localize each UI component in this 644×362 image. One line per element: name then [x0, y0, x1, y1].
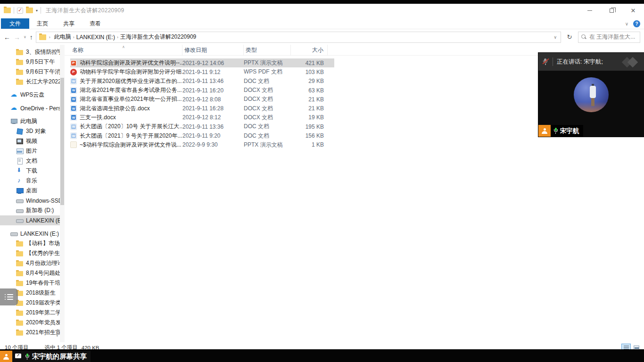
file-name: 动科学院综合测评及评奖评优文件说明--... [80, 59, 182, 67]
qat-dropdown-icon[interactable]: ▾ [36, 8, 38, 13]
forward-icon[interactable]: → [14, 33, 20, 41]
meeting-video-panel[interactable]: 正在讲话: 宋宇航; 宋宇航 [538, 53, 644, 137]
help-icon[interactable]: ? [633, 20, 640, 27]
sidebar-item[interactable]: 8月4号问题处理 [0, 268, 60, 278]
table-row[interactable]: ~$动科学院综合测评及评奖评优文件说...2022-9-9 9:30PPTX 演… [70, 140, 334, 149]
table-row[interactable]: 三支一扶.docx2021-9-12 8:12DOCX 文档19 KB [70, 113, 334, 122]
ribbon-tab-bar: 文件 主页 共享 查看 ∨ ? [0, 17, 644, 29]
tab-file[interactable]: 文件 [1, 18, 29, 29]
file-date: 2021-9-11 13:46 [182, 78, 244, 84]
sidebar-item[interactable]: Windows-SSD ( [0, 196, 60, 206]
music-icon [16, 178, 23, 184]
sidebar-item[interactable]: 【动科】市场拓 [0, 239, 60, 248]
breadcrumb-chevron-icon: › [116, 35, 119, 40]
sidebar-item[interactable]: LANKEXIN (E:) [0, 215, 60, 225]
sidebar-item[interactable]: 桌面 [0, 186, 60, 196]
table-row[interactable]: 湖北省2021年度省市县乡考试录用公务...2021-9-11 16:20DOC… [70, 86, 334, 95]
sidebar-item[interactable]: 2019年第二学期 [0, 308, 60, 318]
new-folder-icon[interactable] [26, 8, 33, 13]
properties-check-icon[interactable] [17, 8, 23, 14]
table-row[interactable]: 动物科学学院学年综合测评附加分评分细...2021-9-11 9:12WPS P… [70, 67, 334, 76]
sidebar-item[interactable]: 下载 [0, 166, 60, 176]
sidebar-item[interactable]: 音乐 [0, 176, 60, 186]
sidebar-scroll-up-icon[interactable]: ∧ [56, 48, 59, 52]
docx-file-icon [70, 114, 77, 121]
screen-share-icon [15, 354, 22, 360]
sidebar-item-label: LANKEXIN (E:) [26, 217, 60, 224]
tab-view[interactable]: 查看 [82, 18, 108, 29]
breadcrumb-segment[interactable]: LANKEXIN (E:) [75, 34, 116, 41]
table-row[interactable]: 长大团函〔2020〕10号 关于开展长江大...2021-9-11 13:36D… [70, 122, 334, 131]
tab-home[interactable]: 主页 [29, 18, 56, 29]
up-icon[interactable]: ↑ [30, 33, 33, 41]
back-icon[interactable]: ← [4, 33, 10, 41]
refresh-button[interactable]: ↻ [563, 32, 576, 43]
sidebar-item[interactable]: 19年春骨干培训 [0, 278, 60, 288]
participant-avatar [574, 77, 609, 112]
microphone-active-icon [553, 128, 558, 134]
address-dropdown-icon[interactable]: ∨ [553, 35, 558, 40]
restore-button[interactable] [601, 4, 622, 17]
file-date: 2021-9-12 14:06 [182, 60, 244, 66]
sidebar-item[interactable]: OneDrive - Perso [0, 103, 60, 113]
share-label: 宋宇航的屏幕共享 [32, 352, 87, 361]
computer-icon [10, 118, 17, 124]
sidebar-item[interactable]: 【优秀的学生干 [0, 248, 60, 258]
meeting-float-widget[interactable] [0, 288, 18, 305]
window-controls: ✕ [579, 4, 644, 17]
sidebar-item[interactable]: 3D 对象 [0, 126, 60, 136]
microphone-muted-icon[interactable] [542, 58, 549, 66]
sidebar-item[interactable]: 长江大学2022级 [0, 77, 60, 87]
sidebar-item-label: OneDrive - Perso [20, 105, 60, 112]
sidebar-scrollbar-thumb[interactable] [60, 78, 64, 205]
sidebar-scroll-down-icon[interactable]: ∨ [56, 333, 59, 337]
cube-icon [16, 128, 23, 134]
search-box[interactable]: 在 王海洋新生大... [578, 32, 640, 43]
sidebar-item[interactable]: 此电脑 [0, 116, 60, 126]
sidebar-item[interactable]: 新加卷 (D:) [0, 206, 60, 215]
file-name: 湖北省省直事业单位2021年统一公开招... [80, 95, 182, 103]
minimize-button[interactable] [579, 4, 601, 17]
sidebar-item[interactable]: 图片 [0, 146, 60, 156]
sidebar-item[interactable]: 视频 [0, 136, 60, 146]
sidebar-item[interactable]: 9月5日下午 [0, 57, 60, 67]
sidebar-item[interactable]: 9月6日下午消防 [0, 67, 60, 77]
recent-locations-icon[interactable]: ∨ [24, 35, 26, 39]
docx-file-icon [70, 87, 77, 94]
file-size: 421 KB [291, 60, 328, 66]
column-header-type[interactable]: 类型 [244, 45, 291, 56]
participant-video[interactable]: 宋宇航 [538, 71, 644, 137]
close-button[interactable]: ✕ [622, 4, 644, 17]
expand-ribbon-icon[interactable]: ∨ [625, 21, 628, 26]
table-row[interactable]: 动科学院综合测评及评奖评优文件说明--...2021-9-12 14:06PPT… [70, 58, 334, 67]
sidebar-item-label: 桌面 [26, 187, 37, 195]
table-row[interactable]: 关于开展2020届优秀毕业生评选工作的...2021-9-11 13:46DOC… [70, 77, 334, 86]
tab-share[interactable]: 共享 [56, 18, 82, 29]
address-bar[interactable]: › 此电脑›LANKEXIN (E:)›王海洋新生大会讲解20220909 ∨ [36, 32, 561, 43]
breadcrumb-segment[interactable]: 王海洋新生大会讲解20220909 [119, 33, 197, 41]
column-header-size[interactable]: 大小 [291, 45, 328, 56]
sidebar-item-label: 长江大学2022级 [26, 78, 60, 86]
column-header-name[interactable]: 名称 ∧ [70, 45, 182, 56]
column-header-date[interactable]: 修改日期 [182, 45, 244, 56]
video-icon [16, 138, 23, 144]
sidebar-item[interactable]: LANKEXIN (E:) [0, 229, 60, 239]
sidebar-item[interactable]: 2020年党员发展 [0, 318, 60, 328]
table-row[interactable]: 湖北省选调生招录公告.docx2021-9-11 16:28DOCX 文档21 … [70, 104, 334, 113]
sidebar-item[interactable]: 4月份政治理论学 [0, 258, 60, 268]
table-row[interactable]: 长大团函〔2021〕9 号关于开展2020年...2021-9-11 9:20D… [70, 131, 334, 140]
sidebar-item[interactable]: 2021年招生宣传 [0, 328, 60, 337]
file-type: DOCX 文档 [244, 114, 291, 122]
title-bar: ▾ 王海洋新生大会讲解20220909 ✕ [0, 4, 644, 17]
file-name: 关于开展2020届优秀毕业生评选工作的... [80, 77, 182, 85]
screen-share-indicator[interactable]: 宋宇航的屏幕共享 [0, 351, 91, 362]
sidebar-item[interactable]: 文档 [0, 156, 60, 166]
file-type: PPTX 演示文稿 [244, 141, 291, 149]
file-name: 长大团函〔2021〕9 号关于开展2020年... [80, 132, 182, 140]
sidebar-scrollbar[interactable] [60, 45, 65, 342]
sidebar-item[interactable]: WPS云盘 [0, 90, 60, 100]
breadcrumb-segment[interactable]: 此电脑 [53, 33, 72, 41]
file-size: 63 KB [291, 87, 328, 94]
sidebar-item[interactable]: 3、疫情防控学习 [0, 47, 60, 57]
table-row[interactable]: 湖北省省直事业单位2021年统一公开招...2021-9-12 8:08DOCX… [70, 95, 334, 104]
